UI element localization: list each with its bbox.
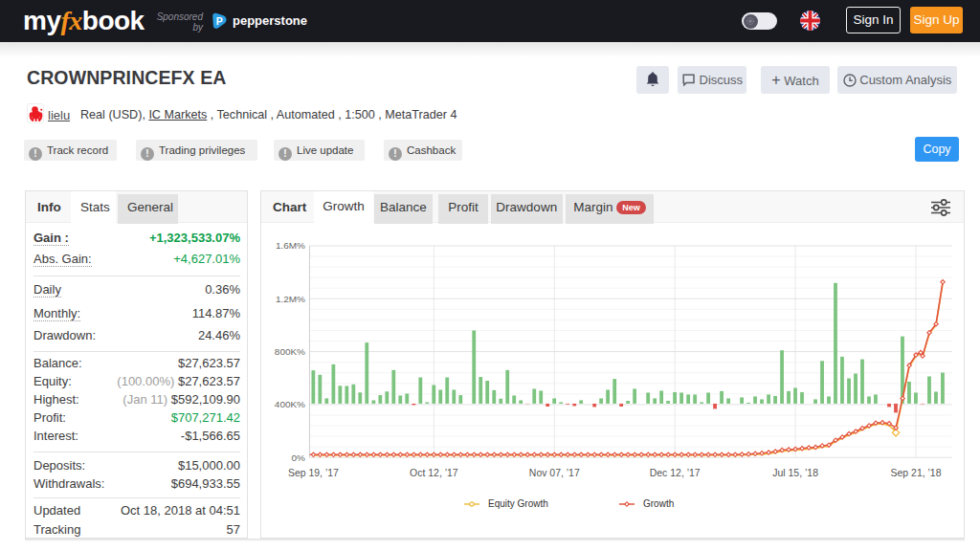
svg-text:1.6M%: 1.6M% [276,240,305,251]
svg-text:Sep 21, ’18: Sep 21, ’18 [891,468,942,478]
svg-text:0%: 0% [292,452,306,463]
svg-text:400K%: 400K% [275,399,305,409]
svg-text:800K%: 800K% [275,346,305,357]
svg-text:Dec 12, ’17: Dec 12, ’17 [650,468,701,478]
svg-text:1.2M%: 1.2M% [276,294,305,304]
svg-text:Nov 07, ’17: Nov 07, ’17 [529,468,580,478]
svg-text:Sep 19, ’17: Sep 19, ’17 [288,468,339,478]
svg-text:P: P [216,15,223,27]
svg-text:Oct 12, ’17: Oct 12, ’17 [410,468,458,478]
svg-text:Jul 15, ’18: Jul 15, ’18 [772,468,818,478]
